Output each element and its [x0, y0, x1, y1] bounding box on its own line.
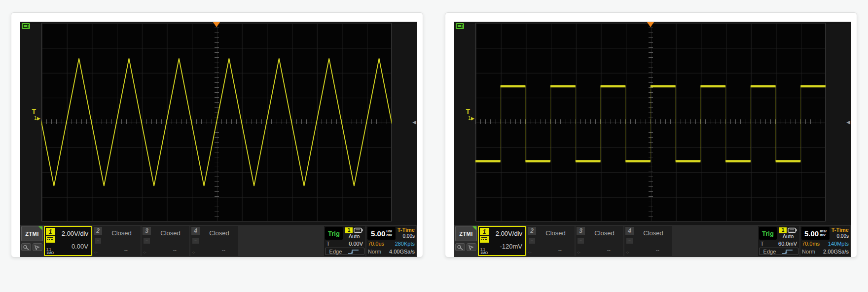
channel4-box[interactable]: 4 Closed − -:- --	[624, 226, 672, 256]
instrument-status-icon	[22, 23, 30, 29]
scope-screen: T 1▶ ◀ ZTMI 1	[20, 22, 417, 257]
trigger-mode: Auto	[783, 233, 794, 240]
hand-cursor-button[interactable]	[467, 243, 476, 251]
channel2-coupling: −	[529, 238, 535, 244]
capture-window: 70.0ms	[802, 241, 820, 247]
channel2-offset: --	[124, 247, 128, 253]
channel4-probe: -:-	[626, 251, 629, 254]
channel3-badge: 3	[577, 227, 585, 235]
ttime-label: T-Time	[397, 227, 415, 233]
scope-screen: T 1▶ ◀ ZTMI 1	[454, 22, 851, 257]
channel2-badge: 2	[94, 227, 102, 235]
channel3-box[interactable]: 3 Closed − -:- --	[142, 226, 189, 256]
channel2-status: Closed	[537, 229, 575, 237]
hand-cursor-button[interactable]	[33, 243, 42, 251]
memory-depth: 140Mpts	[828, 241, 849, 247]
logo-corner-badge	[472, 226, 476, 230]
dc-coupling-icon	[46, 236, 55, 243]
dc-coupling-icon	[480, 236, 489, 243]
channel1-badge: 1	[480, 228, 489, 235]
trigger-coupling-icon	[788, 227, 797, 233]
oscilloscope-panel-right: T 1▶ ◀ ZTMI 1	[445, 12, 857, 257]
channel1-box[interactable]: 1 1:1 1MΩ 2.00V/div 0.00V	[44, 226, 92, 256]
channel1-position-marker[interactable]: 1▶	[454, 115, 474, 122]
channel3-offset: --	[607, 247, 611, 253]
channel1-scale: 2.00V/div	[62, 230, 88, 237]
hand-icon	[34, 245, 41, 250]
channel4-coupling: −	[192, 238, 199, 244]
waveform-display: T 1▶ ◀	[454, 22, 851, 225]
trigger-position-marker[interactable]	[647, 22, 654, 27]
trigger-level-marker[interactable]: T	[454, 109, 474, 115]
timebase-box[interactable]: 5.00 ms/div T-Time 0.00s 70.0ms 140Mpts …	[800, 226, 850, 256]
channel1-trace	[41, 23, 392, 221]
channel1-box[interactable]: 1 1:1 1MΩ 2.00V/div -120mV	[478, 226, 526, 256]
channel2-badge: 2	[528, 227, 536, 235]
waveform-display: T 1▶ ◀	[20, 22, 417, 225]
trigger-mode: Auto	[349, 233, 360, 240]
rising-edge-icon	[347, 249, 360, 255]
memory-depth: 280Kpts	[395, 241, 415, 247]
channel3-box[interactable]: 3 Closed − -:- --	[576, 226, 623, 256]
channel3-coupling: −	[144, 238, 150, 244]
channel2-box[interactable]: 2 Closed − -:- --	[527, 226, 575, 256]
probe-impedance-label: 1:1 1MΩ	[480, 248, 488, 255]
channel2-offset: --	[558, 247, 562, 253]
trigger-position-marker[interactable]	[213, 22, 220, 27]
left-edge-markers[interactable]: T 1▶	[20, 109, 40, 122]
channel-arrow-icon: ▶	[471, 116, 474, 121]
channel1-position-marker[interactable]: 1▶	[20, 115, 40, 122]
hand-icon	[468, 245, 475, 250]
trigger-level-value: 0.00V	[349, 241, 363, 247]
trigger-coupling-icon	[354, 227, 363, 233]
channel1-offset: 0.00V	[72, 243, 88, 250]
brand-logo: ZTMI	[455, 226, 477, 241]
trigger-level-marker[interactable]: T	[20, 109, 40, 115]
channel1-trace	[475, 23, 826, 221]
channel4-badge: 4	[191, 227, 200, 235]
channel3-probe: -:-	[577, 251, 580, 254]
probe-impedance-label: 1:1 1MΩ	[46, 248, 54, 255]
status-bar: ZTMI 1 1:1 1MΩ 2.00V/div 0	[20, 225, 417, 257]
channel4-offset: --	[222, 247, 225, 253]
channel2-box[interactable]: 2 Closed − -:- --	[93, 226, 141, 256]
menu-collapse-arrow-icon[interactable]: ◀	[846, 119, 850, 125]
oscilloscope-panel-left: T 1▶ ◀ ZTMI 1	[11, 12, 423, 257]
channel4-coupling: −	[626, 238, 633, 244]
channel3-badge: 3	[143, 227, 151, 235]
trig-label: Trig	[325, 227, 343, 240]
trigger-level-label: T	[326, 241, 330, 247]
channel2-probe: -:-	[94, 251, 98, 254]
menu-collapse-arrow-icon[interactable]: ◀	[412, 119, 416, 125]
sample-rate: 4.00GSa/s	[389, 249, 415, 255]
timebase-scale-chip: 5.00 ms/div	[801, 227, 830, 240]
brand-logo: ZTMI	[21, 226, 43, 241]
instrument-status-icon	[456, 23, 464, 29]
ttime-value: 0.00s	[397, 233, 415, 239]
acquire-mode: Norm	[802, 249, 815, 255]
status-bar: ZTMI 1 1:1 1MΩ 2.00V/div -	[454, 225, 851, 257]
rising-edge-icon	[781, 249, 794, 255]
channel-arrow-icon: ▶	[37, 116, 40, 121]
logo-cell: ZTMI	[455, 226, 477, 256]
channel2-status: Closed	[103, 229, 141, 237]
channel4-probe: -:-	[192, 251, 195, 254]
channel1-scale: 2.00V/div	[496, 230, 522, 237]
timebase-box[interactable]: 5.00 us/div T-Time 0.00s 70.0us 280Kpts …	[366, 226, 416, 256]
channel2-coupling: −	[95, 238, 101, 244]
channel4-badge: 4	[625, 227, 634, 235]
channel2-probe: -:-	[528, 251, 532, 254]
trigger-level-label: T	[760, 241, 764, 247]
channel4-box[interactable]: 4 Closed − -:- --	[190, 226, 238, 256]
touch-gesture-button[interactable]	[21, 243, 31, 251]
channel4-status: Closed	[200, 229, 238, 237]
channel1-badge: 1	[46, 228, 55, 235]
channel3-status: Closed	[585, 229, 623, 237]
touch-gesture-button[interactable]	[455, 243, 465, 251]
trigger-settings-box[interactable]: Trig 1 Auto	[758, 226, 799, 256]
trigger-settings-box[interactable]: Trig 1 Auto	[324, 226, 365, 256]
left-edge-markers[interactable]: T 1▶	[454, 109, 474, 122]
channel3-coupling: −	[578, 238, 584, 244]
acquire-mode: Norm	[368, 249, 381, 255]
timebase-scale: 5.00	[371, 229, 385, 238]
